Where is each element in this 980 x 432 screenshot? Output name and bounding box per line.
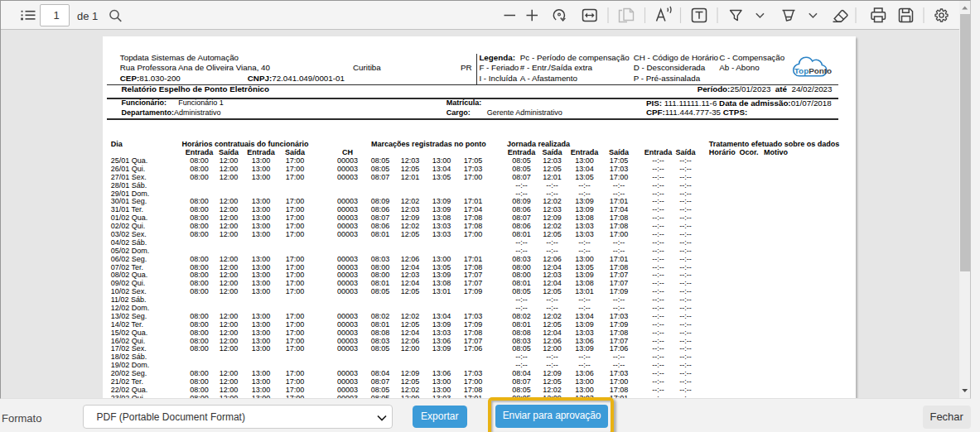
svg-text:TopPonto: TopPonto: [794, 66, 832, 75]
